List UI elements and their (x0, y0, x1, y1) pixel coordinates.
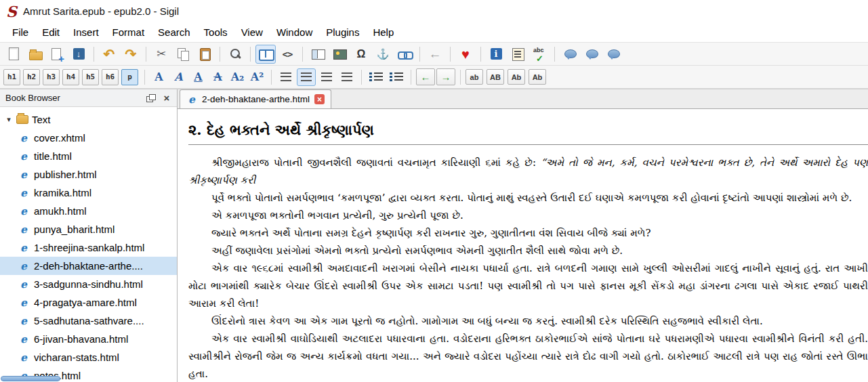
file-item-punya-bharit[interactable]: e punya_bharit.html (0, 220, 177, 238)
heading-h5-button[interactable]: h5 (82, 69, 99, 85)
file-item-1-shreejina-sankalp[interactable]: e 1-shreejina-sankalp.html (0, 238, 177, 257)
toolbar-separator (419, 47, 420, 62)
html-file-icon: e (18, 352, 29, 364)
menu-search[interactable]: Search (151, 24, 197, 40)
align-left-button[interactable] (276, 68, 295, 86)
cut-button[interactable] (151, 45, 171, 64)
spellcheck-button[interactable] (529, 45, 550, 64)
speech-bubble-icon (584, 47, 599, 62)
heading-h4-button[interactable]: h4 (62, 69, 79, 85)
folder-text[interactable]: ▾ Text (0, 110, 177, 129)
close-panel-button[interactable] (161, 92, 173, 104)
menu-insert[interactable]: Insert (66, 24, 106, 40)
subscript-button[interactable]: A₂ (228, 68, 247, 86)
file-item-4-pragatya-amare[interactable]: e 4-pragatya-amare.html (0, 293, 177, 312)
align-justify-button[interactable] (337, 68, 356, 86)
chevron-down-icon[interactable]: ▾ (5, 115, 13, 124)
file-item-3-sadgunna-sindhu[interactable]: e 3-sadgunna-sindhu.html (0, 275, 177, 293)
menu-help[interactable]: Help (366, 24, 400, 40)
toolbar-separator (361, 70, 362, 85)
editor-content[interactable]: ૨. દેહ ભક્તને અર્થે શ્રીકૃષ્ણાર્પણ શ્રીજ… (178, 109, 868, 382)
paste-button[interactable] (194, 45, 215, 64)
indent-button[interactable] (436, 68, 455, 85)
file-item-title[interactable]: e title.html (0, 147, 177, 165)
metadata-info-button[interactable] (486, 45, 506, 64)
file-item-2-deh-bhaktane-arthe[interactable]: e 2-deh-bhaktane-arthe.... (0, 257, 177, 275)
save-button[interactable] (68, 45, 89, 64)
undo-button[interactable] (99, 45, 119, 64)
menu-view[interactable]: View (234, 24, 270, 40)
redo-button[interactable] (121, 45, 141, 64)
spellcheck-misspelled-button[interactable] (581, 45, 602, 64)
file-item-amukh[interactable]: e amukh.html (0, 202, 177, 220)
lowercase-button[interactable]: ab (466, 69, 483, 85)
heading-h2-button[interactable]: h2 (23, 69, 40, 85)
numbered-list-button[interactable] (387, 68, 406, 86)
metadata-editor-button[interactable] (508, 45, 528, 64)
align-right-button[interactable] (317, 68, 336, 86)
file-item-6-jivan-bhavana[interactable]: e 6-jivan-bhavana.html (0, 330, 177, 348)
menu-file[interactable]: File (5, 24, 35, 40)
paragraph: ઊંદરોનો ત્રાસ કેવળ આ એક ગામ પૂરતો જ નહોત… (188, 312, 868, 330)
code-view-button[interactable] (277, 45, 297, 64)
tab-2-deh-bhaktane-arthe[interactable]: e 2-deh-bhaktane-arthe.html (180, 89, 331, 108)
heading-divider (188, 144, 868, 145)
titlecase-button[interactable]: Ab (529, 69, 546, 85)
menu-format[interactable]: Format (106, 24, 152, 40)
float-panel-button[interactable] (144, 92, 157, 104)
file-item-publisher[interactable]: e publisher.html (0, 165, 177, 184)
insert-image-button[interactable] (329, 45, 350, 64)
file-item-kramika[interactable]: e kramika.html (0, 184, 177, 202)
copy-icon (175, 47, 190, 62)
file-name: publisher.html (34, 169, 97, 180)
special-character-button[interactable] (351, 45, 371, 64)
new-file-button[interactable] (3, 45, 24, 64)
spellcheck-next-button[interactable] (560, 45, 580, 64)
main-toolbar (0, 42, 868, 66)
align-center-button[interactable] (297, 68, 316, 86)
heading-h3-button[interactable]: h3 (43, 69, 60, 85)
new-file-icon (6, 47, 21, 62)
anchor-button[interactable] (373, 45, 393, 64)
italic-button[interactable]: A (169, 68, 188, 86)
close-tab-icon[interactable] (314, 94, 325, 104)
file-item-vicharan-stats[interactable]: e vicharan-stats.html (0, 348, 177, 366)
menu-window[interactable]: Window (270, 24, 319, 40)
heading-h1-button[interactable]: h1 (3, 69, 20, 85)
spellcheck-all-button[interactable] (603, 45, 623, 64)
paragraph: એક વાર ૧૯૬૮માં સ્વામીશ્રી અમદાવાદની ખરાગ… (188, 259, 868, 312)
menu-plugins[interactable]: Plugins (319, 24, 366, 40)
paragraph-text: એ કમળપૂજા ભક્તોની ભગવાન પ્રત્યેની, ગુરુ … (211, 209, 463, 221)
uppercase-button[interactable]: AB (487, 69, 504, 85)
split-view-button[interactable] (308, 45, 328, 64)
menu-edit[interactable]: Edit (35, 24, 66, 40)
find-button[interactable] (225, 45, 245, 64)
file-name: 3-sadgunna-sindhu.html (34, 278, 143, 290)
close-icon (164, 92, 170, 104)
book-view-button[interactable] (255, 45, 276, 64)
strikethrough-button[interactable]: A (209, 68, 227, 86)
html-file-icon: e (18, 224, 29, 236)
paragraph-style-button[interactable]: p (121, 69, 138, 85)
menu-tools[interactable]: Tools (197, 24, 234, 40)
file-item-5-sadhutana-sathvare[interactable]: e 5-sadhutana-sathvare.... (0, 312, 177, 330)
back-button[interactable] (425, 45, 445, 64)
paragraph: જ્યારે ભક્તને અર્થે પોતાના સમગ્ર દેહને ક… (188, 224, 868, 242)
horizontal-scrollbar[interactable] (0, 375, 177, 382)
file-item-cover[interactable]: e cover.xhtml (0, 129, 177, 147)
add-existing-file-button[interactable] (47, 45, 67, 64)
capitalize-button[interactable]: Ab (508, 69, 525, 85)
copy-button[interactable] (173, 45, 193, 64)
book-browser-header: Book Browser (0, 89, 177, 107)
outdent-button[interactable] (416, 68, 435, 85)
donate-button[interactable] (455, 45, 476, 64)
search-icon (228, 47, 243, 62)
bullet-list-button[interactable] (367, 68, 386, 86)
heading-h6-button[interactable]: h6 (102, 69, 119, 85)
bold-button[interactable]: A (150, 68, 168, 86)
underline-button[interactable]: A (189, 68, 207, 86)
open-file-button[interactable] (25, 45, 45, 64)
insert-link-button[interactable] (394, 45, 415, 64)
scrollbar-thumb[interactable] (1, 376, 60, 381)
superscript-button[interactable]: A² (248, 68, 266, 86)
